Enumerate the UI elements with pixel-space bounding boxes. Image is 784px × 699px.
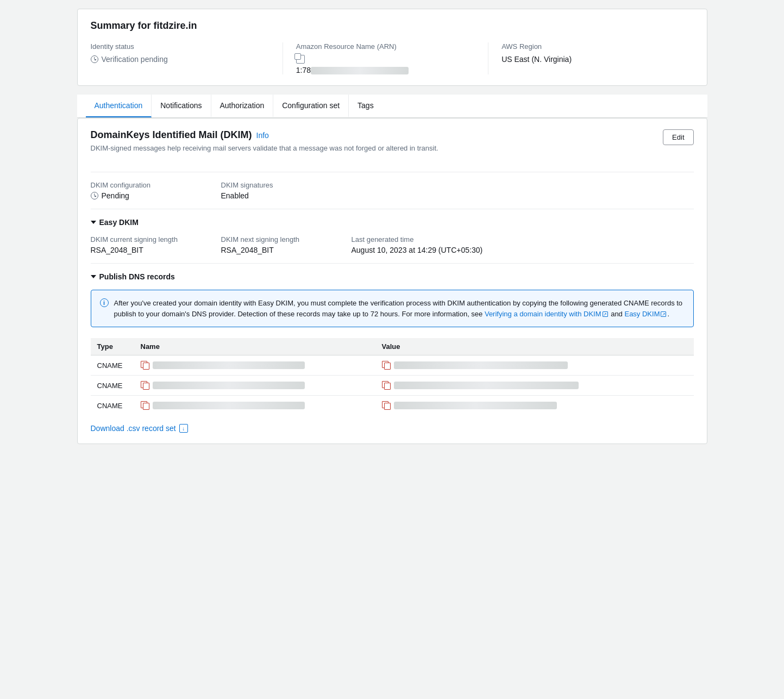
row3-name xyxy=(134,396,375,416)
ext-icon-1: ↗ xyxy=(603,311,608,317)
info-box-text: After you've created your domain identit… xyxy=(114,298,685,319)
arn-copy-wrapper[interactable] xyxy=(296,55,475,64)
table-row: CNAME xyxy=(91,376,694,396)
tab-tags[interactable]: Tags xyxy=(349,95,382,117)
row1-name-cell xyxy=(141,361,369,370)
row3-name-blurred xyxy=(153,402,305,409)
divider-1 xyxy=(91,172,694,172)
easy-dkim-header[interactable]: Easy DKIM xyxy=(91,218,694,227)
dkim-config-label: DKIM configuration xyxy=(91,181,199,189)
dkim-signing-row: DKIM current signing length RSA_2048_BIT… xyxy=(91,235,694,254)
tab-authentication[interactable]: Authentication xyxy=(86,95,152,117)
dns-info-box: i After you've created your domain ident… xyxy=(91,290,694,327)
row3-value-cell xyxy=(382,401,687,410)
row3-value-copy-icon[interactable] xyxy=(382,401,391,410)
easy-dkim-link[interactable]: Easy DKIM xyxy=(624,310,660,318)
current-length-group: DKIM current signing length RSA_2048_BIT xyxy=(91,235,199,254)
row2-name-cell xyxy=(141,381,369,390)
row2-value-cell xyxy=(382,381,687,390)
arn-label: Amazon Resource Name (ARN) xyxy=(296,42,475,51)
row2-value-copy-icon[interactable] xyxy=(382,381,391,390)
row1-name xyxy=(134,355,375,376)
dkim-config-value: Pending xyxy=(91,191,199,200)
last-generated-label: Last generated time xyxy=(352,235,483,244)
verifying-link[interactable]: Verifying a domain identity with DKIM xyxy=(485,310,601,318)
region-value: US East (N. Virginia) xyxy=(501,55,680,64)
tab-configuration-set[interactable]: Configuration set xyxy=(273,95,349,117)
col-type: Type xyxy=(91,338,134,355)
row1-type: CNAME xyxy=(91,355,134,376)
arn-blurred xyxy=(311,67,409,74)
row1-name-blurred xyxy=(153,361,305,369)
tab-notifications[interactable]: Notifications xyxy=(152,95,211,117)
summary-fields: Identity status Verification pending Ama… xyxy=(91,42,694,74)
easy-dkim-label: Easy DKIM xyxy=(99,218,139,227)
current-length-label: DKIM current signing length xyxy=(91,235,199,244)
row2-name-copy-icon[interactable] xyxy=(141,381,149,390)
row3-type: CNAME xyxy=(91,396,134,416)
table-row: CNAME xyxy=(91,355,694,376)
identity-status-text: Verification pending xyxy=(102,55,168,64)
info-icon: i xyxy=(100,298,109,307)
arn-field: Amazon Resource Name (ARN) 1:78 xyxy=(296,42,488,74)
clock-icon xyxy=(91,55,98,63)
arn-copy-icon xyxy=(296,55,305,64)
next-length-value: RSA_2048_BIT xyxy=(221,246,330,254)
summary-title: Summary for fitdzire.in xyxy=(91,20,694,32)
page-wrapper: Summary for fitdzire.in Identity status … xyxy=(77,9,707,444)
download-csv-link[interactable]: Download .csv record set ↓ xyxy=(91,424,188,433)
dkim-config-group: DKIM configuration Pending xyxy=(91,181,199,200)
last-generated-group: Last generated time August 10, 2023 at 1… xyxy=(352,235,483,254)
dkim-section-title: DomainKeys Identified Mail (DKIM) xyxy=(91,129,252,141)
dkim-signatures-value: Enabled xyxy=(221,191,330,200)
row1-value-blurred xyxy=(394,361,568,369)
region-field: AWS Region US East (N. Virginia) xyxy=(501,42,693,74)
dkim-section-header: DomainKeys Identified Mail (DKIM) Info D… xyxy=(91,129,694,163)
row2-type: CNAME xyxy=(91,376,134,396)
arn-value: 1:78 xyxy=(296,55,475,74)
dkim-signatures-group: DKIM signatures Enabled xyxy=(221,181,330,200)
row1-value-copy-icon[interactable] xyxy=(382,361,391,370)
easy-dkim-chevron xyxy=(91,221,96,224)
row2-value-blurred xyxy=(394,382,579,389)
info-text-2: and xyxy=(609,310,625,318)
region-label: AWS Region xyxy=(501,42,680,51)
ext-icon-2: ↗ xyxy=(661,311,666,317)
dkim-signatures-label: DKIM signatures xyxy=(221,181,330,189)
dns-records-header[interactable]: Publish DNS records xyxy=(91,272,694,281)
row1-name-copy-icon[interactable] xyxy=(141,361,149,370)
dns-table-head: Type Name Value xyxy=(91,338,694,355)
dkim-description: DKIM-signed messages help receiving mail… xyxy=(91,144,438,152)
identity-status-value: Verification pending xyxy=(91,55,269,64)
dkim-config-row: DKIM configuration Pending DKIM signatur… xyxy=(91,181,694,200)
dns-table-body: CNAME CNAME xyxy=(91,355,694,416)
col-value: Value xyxy=(375,338,694,355)
table-row: CNAME xyxy=(91,396,694,416)
summary-card: Summary for fitdzire.in Identity status … xyxy=(77,9,707,86)
download-link-text: Download .csv record set xyxy=(91,424,176,433)
dkim-edit-button[interactable]: Edit xyxy=(663,129,693,145)
config-clock-icon xyxy=(91,192,98,199)
row3-value-blurred xyxy=(394,402,557,409)
col-name: Name xyxy=(134,338,375,355)
dns-section-label: Publish DNS records xyxy=(99,272,175,281)
row2-name xyxy=(134,376,375,396)
last-generated-value: August 10, 2023 at 14:29 (UTC+05:30) xyxy=(352,246,483,254)
row3-value xyxy=(375,396,694,416)
row3-name-cell xyxy=(141,401,369,410)
row2-value xyxy=(375,376,694,396)
dkim-info-link[interactable]: Info xyxy=(256,131,269,140)
divider-3 xyxy=(91,263,694,264)
tab-authorization[interactable]: Authorization xyxy=(211,95,274,117)
current-length-value: RSA_2048_BIT xyxy=(91,246,199,254)
dns-table: Type Name Value CNAME xyxy=(91,338,694,415)
row1-value xyxy=(375,355,694,376)
dkim-title-area: DomainKeys Identified Mail (DKIM) Info D… xyxy=(91,129,438,163)
divider-2 xyxy=(91,209,694,209)
row1-value-cell xyxy=(382,361,687,370)
row3-name-copy-icon[interactable] xyxy=(141,401,149,410)
next-length-group: DKIM next signing length RSA_2048_BIT xyxy=(221,235,330,254)
download-icon: ↓ xyxy=(179,424,188,433)
row2-name-blurred xyxy=(153,382,305,389)
tabs-container: Authentication Notifications Authorizati… xyxy=(77,95,707,118)
